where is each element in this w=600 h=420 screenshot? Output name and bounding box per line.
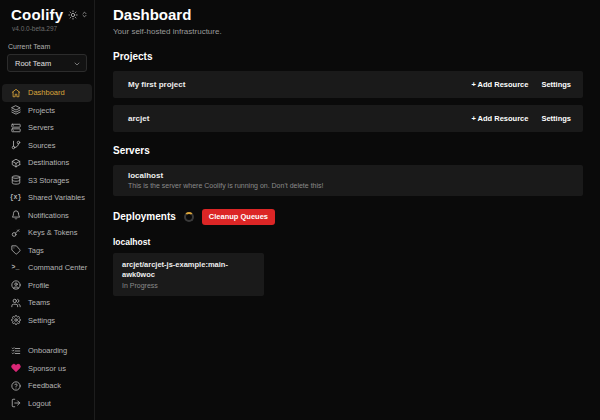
project-row[interactable]: My first project + Add Resource Settings (113, 71, 583, 98)
sidebar-item-logout[interactable]: Logout (2, 395, 92, 413)
sidebar-item-settings[interactable]: Settings (2, 312, 92, 330)
chevron-down-icon (73, 54, 81, 72)
deployment-status: In Progress (122, 282, 255, 289)
sidebar-item-label: Profile (28, 281, 49, 290)
sidebar-item-label: Feedback (28, 381, 61, 390)
sidebar-item-command-center[interactable]: >_ Command Center (2, 259, 92, 277)
bell-icon (10, 210, 21, 220)
sidebar-item-label: Sponsor us (28, 364, 66, 373)
user-circle-icon (10, 280, 21, 290)
sidebar-item-label: Sources (28, 141, 56, 150)
sidebar-item-label: Projects (28, 106, 55, 115)
deployment-card[interactable]: arcjet/arcjet-js-example:main-awk0woc In… (113, 253, 264, 297)
variable-icon: {x} (10, 194, 21, 201)
key-icon (10, 228, 21, 238)
layers-icon (10, 105, 21, 115)
logo-row: Coolify (0, 6, 94, 23)
sidebar-item-shared-variables[interactable]: {x} Shared Variables (2, 189, 92, 207)
logout-icon (10, 398, 21, 408)
sidebar-item-servers[interactable]: Servers (2, 119, 92, 137)
add-resource-link[interactable]: + Add Resource (471, 80, 528, 89)
servers-heading: Servers (113, 145, 583, 157)
team-select[interactable]: Root Team (7, 54, 87, 72)
sidebar-item-sponsor-us[interactable]: Sponsor us (2, 360, 92, 378)
sidebar-item-notifications[interactable]: Notifications (2, 207, 92, 225)
server-row[interactable]: localhost This is the server where Cooli… (113, 165, 583, 196)
current-team-label: Current Team (0, 43, 94, 50)
page-subtitle: Your self-hosted infrastructure. (113, 27, 583, 37)
logo-icons (68, 10, 88, 20)
sidebar-item-keys-tokens[interactable]: Keys & Tokens (2, 224, 92, 242)
sidebar-nav: Dashboard Projects Servers Sources Desti… (0, 84, 94, 329)
sidebar-item-dashboard[interactable]: Dashboard (2, 84, 92, 102)
sidebar-item-tags[interactable]: Tags (2, 242, 92, 260)
box-icon (10, 158, 21, 168)
sidebar-item-profile[interactable]: Profile (2, 277, 92, 295)
sidebar: Coolify v4.0.0-beta.297 Current Team Roo… (0, 0, 95, 420)
sidebar-item-label: Dashboard (28, 88, 65, 97)
help-circle-icon (10, 381, 21, 391)
sidebar-item-label: Tags (28, 246, 44, 255)
tag-icon (10, 245, 21, 255)
add-resource-link[interactable]: + Add Resource (471, 114, 528, 123)
coolify-app: Coolify v4.0.0-beta.297 Current Team Roo… (0, 0, 600, 420)
settings-link[interactable]: Settings (541, 114, 571, 123)
team-select-value: Root Team (15, 59, 51, 68)
project-row[interactable]: arcjet + Add Resource Settings (113, 105, 583, 132)
main-content: Dashboard Your self-hosted infrastructur… (95, 0, 600, 420)
settings-link[interactable]: Settings (541, 80, 571, 89)
terminal-icon: >_ (10, 264, 21, 271)
chevron-up-down-icon[interactable] (81, 10, 88, 19)
deployments-heading: Deployments (113, 211, 176, 223)
server-name: localhost (128, 171, 163, 180)
sidebar-item-destinations[interactable]: Destinations (2, 154, 92, 172)
app-logo: Coolify (11, 6, 63, 23)
sidebar-item-label: Keys & Tokens (28, 228, 77, 237)
sidebar-item-label: Command Center (28, 263, 87, 272)
deployment-server-heading: localhost (113, 237, 583, 247)
list-checks-icon (10, 346, 21, 356)
sidebar-item-onboarding[interactable]: Onboarding (2, 342, 92, 360)
deployment-name: arcjet/arcjet-js-example:main-awk0woc (122, 260, 255, 282)
project-row-links: + Add Resource Settings (471, 114, 571, 123)
sidebar-item-projects[interactable]: Projects (2, 102, 92, 120)
server-icon (10, 123, 21, 133)
sidebar-item-label: S3 Storages (28, 176, 69, 185)
projects-heading: Projects (113, 51, 583, 63)
server-description: This is the server where Coolify is runn… (128, 182, 323, 189)
sidebar-item-label: Settings (28, 316, 55, 325)
database-icon (10, 175, 21, 185)
git-branch-icon (10, 140, 21, 150)
sidebar-item-label: Teams (28, 298, 50, 307)
heart-icon (10, 363, 21, 373)
sidebar-footer-nav: Onboarding Sponsor us Feedback Logout (0, 342, 94, 412)
app-version: v4.0.0-beta.297 (0, 25, 94, 32)
sidebar-item-label: Destinations (28, 158, 69, 167)
project-name: arcjet (128, 114, 149, 123)
sidebar-item-label: Servers (28, 123, 54, 132)
sidebar-item-s3-storages[interactable]: S3 Storages (2, 172, 92, 190)
sidebar-item-sources[interactable]: Sources (2, 137, 92, 155)
gear-icon (10, 315, 21, 325)
deployments-header: Deployments Cleanup Queues (113, 209, 583, 225)
page-title: Dashboard (113, 6, 583, 24)
sidebar-item-label: Onboarding (28, 346, 67, 355)
project-name: My first project (128, 80, 185, 89)
sidebar-item-teams[interactable]: Teams (2, 294, 92, 312)
sidebar-item-label: Logout (28, 399, 51, 408)
project-row-links: + Add Resource Settings (471, 80, 571, 89)
sidebar-item-label: Notifications (28, 211, 69, 220)
home-icon (10, 88, 21, 98)
sidebar-item-feedback[interactable]: Feedback (2, 377, 92, 395)
theme-toggle-sun-icon[interactable] (68, 10, 78, 20)
loading-spinner-icon (184, 212, 194, 222)
sidebar-item-label: Shared Variables (28, 193, 85, 202)
users-icon (10, 298, 21, 308)
cleanup-queues-button[interactable]: Cleanup Queues (202, 209, 275, 225)
